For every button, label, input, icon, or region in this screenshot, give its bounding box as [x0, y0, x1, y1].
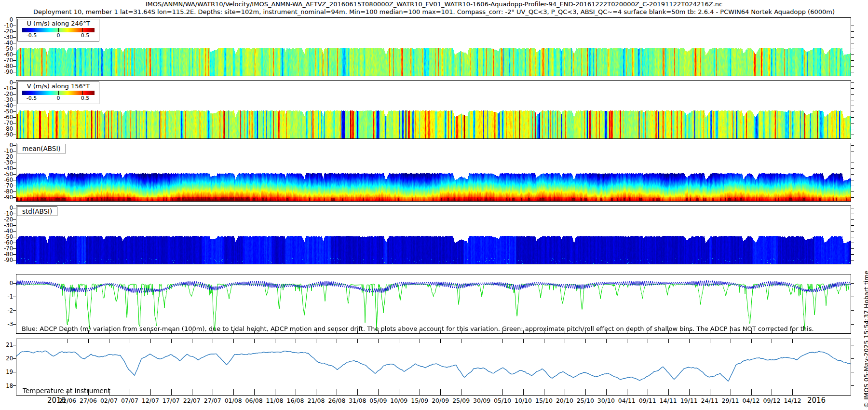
y-tick-label: 18: [0, 383, 13, 389]
y-tick-mark: [851, 111, 854, 112]
y-tick-mark: [13, 254, 16, 255]
figure-title-deployment-info: Deployment 10, member 1 lat=31.64S lon=1…: [0, 8, 868, 15]
figure-title-filename: IMOS/ANMN/WA/WATR10/Velocity/IMOS_ANMN-W…: [0, 0, 868, 8]
y-tick-mark: [13, 88, 16, 89]
u-colorbar-tickmark: [35, 28, 35, 32]
panel-u-velocity: U (m/s) along 246°T -0.5 0 0.5 0-10-20-3…: [16, 17, 851, 76]
y-tick-mark: [851, 145, 854, 146]
temperature-label: Temperature at instrument: [23, 387, 110, 395]
y-tick-mark: [851, 55, 854, 55]
y-tick-label: 19: [0, 369, 13, 375]
y-tick-mark: [13, 20, 16, 20]
y-tick-mark: [851, 297, 854, 297]
y-tick-label: 0: [0, 280, 13, 287]
y-tick-mark: [13, 214, 16, 214]
temperature-line-canvas: [16, 339, 851, 396]
y-tick-label: -90: [0, 131, 13, 138]
y-tick-mark: [851, 72, 854, 72]
v-colorbar-gradient: [22, 91, 95, 95]
y-tick-mark: [851, 106, 854, 106]
y-tick-mark: [13, 186, 16, 186]
v-colorbar-tick-label: -0.5: [27, 95, 37, 101]
y-tick-mark: [13, 151, 16, 151]
y-tick-mark: [13, 31, 16, 32]
std-absi-label: std(ABSI): [17, 206, 57, 216]
y-tick-mark: [851, 191, 854, 192]
y-tick-label: -90: [0, 68, 13, 75]
y-tick-mark: [13, 324, 16, 325]
std-absi-heatmap-canvas: [16, 205, 851, 264]
y-tick-mark: [13, 310, 16, 311]
y-tick-mark: [851, 135, 854, 135]
mean-absi-label: mean(ABSI): [17, 144, 66, 153]
u-colorbar-tickmark: [82, 28, 83, 32]
y-tick-mark: [851, 197, 854, 198]
u-colorbar-tick-labels: -0.5 0 0.5: [18, 32, 99, 39]
v-velocity-heatmap-canvas: [16, 80, 851, 139]
y-tick-mark: [13, 208, 16, 208]
y-tick-mark: [13, 385, 16, 386]
x-axis-date-labels: 22/0627/0602/0707/0712/0717/0722/0727/07…: [16, 397, 851, 408]
y-tick-mark: [13, 237, 16, 237]
y-tick-mark: [13, 197, 16, 198]
y-tick-mark: [13, 191, 16, 192]
u-colorbar-tickmark: [58, 28, 59, 32]
y-tick-label: -90: [0, 194, 13, 201]
x-axis-year-end: 2016: [800, 396, 833, 405]
y-tick-mark: [851, 324, 854, 325]
y-tick-mark: [851, 219, 854, 220]
y-tick-mark: [13, 157, 16, 157]
y-tick-mark: [13, 129, 16, 129]
panel-depth-variation: Blue: ADCP Depth (m) variation from sens…: [16, 274, 851, 334]
imos-watermark: © IMOS 05-May-2025 15:54:37 Hobart time: [863, 271, 868, 408]
y-tick-label: -90: [0, 257, 13, 263]
y-tick-mark: [851, 231, 854, 232]
mean-absi-heatmap-canvas: [16, 143, 851, 202]
v-colorbar-legend: V (m/s) along 156°T -0.5 0 0.5: [17, 82, 99, 104]
y-tick-mark: [851, 157, 854, 157]
y-tick-mark: [851, 66, 854, 67]
y-tick-mark: [851, 168, 854, 169]
y-tick-mark: [851, 123, 854, 123]
v-colorbar-tick-labels: -0.5 0 0.5: [18, 95, 99, 101]
y-tick-mark: [851, 310, 854, 311]
v-colorbar-tickmark: [35, 91, 35, 95]
y-tick-mark: [851, 385, 854, 386]
panel-temperature: Temperature at instrument 21201918: [16, 339, 851, 396]
y-tick-mark: [13, 49, 16, 49]
y-tick-mark: [13, 123, 16, 123]
y-tick-mark: [851, 345, 854, 345]
y-tick-mark: [851, 180, 854, 180]
figure-root: IMOS/ANMN/WA/WATR10/Velocity/IMOS_ANMN-W…: [0, 0, 868, 410]
u-colorbar-legend: U (m/s) along 246°T -0.5 0 0.5: [17, 19, 99, 41]
y-tick-mark: [851, 20, 854, 20]
y-tick-mark: [13, 66, 16, 67]
v-colorbar-tick-label: 0.5: [81, 95, 90, 101]
y-tick-label: 20: [0, 355, 13, 362]
y-tick-mark: [851, 100, 854, 100]
y-tick-mark: [13, 55, 16, 55]
y-tick-mark: [13, 94, 16, 95]
u-colorbar-title: U (m/s) along 246°T: [18, 20, 99, 27]
depth-variation-caption: Blue: ADCP Depth (m) variation from sens…: [22, 325, 814, 332]
y-tick-mark: [851, 283, 854, 284]
v-colorbar-tickmark: [82, 91, 83, 95]
y-tick-mark: [851, 214, 854, 214]
y-tick-mark: [851, 186, 854, 186]
y-tick-mark: [851, 243, 854, 243]
u-colorbar-tick-label: -0.5: [27, 32, 37, 39]
y-tick-mark: [851, 248, 854, 249]
y-tick-mark: [851, 237, 854, 237]
y-tick-mark: [13, 372, 16, 372]
y-tick-mark: [851, 372, 854, 372]
y-tick-label: -3: [0, 321, 13, 328]
y-tick-mark: [13, 145, 16, 146]
y-tick-mark: [851, 208, 854, 208]
u-velocity-heatmap-canvas: [16, 17, 851, 76]
y-tick-mark: [13, 345, 16, 345]
y-tick-mark: [13, 174, 16, 175]
v-colorbar-tick-label: 0: [57, 95, 60, 101]
y-tick-mark: [13, 231, 16, 232]
y-tick-mark: [851, 225, 854, 226]
y-tick-mark: [13, 225, 16, 226]
